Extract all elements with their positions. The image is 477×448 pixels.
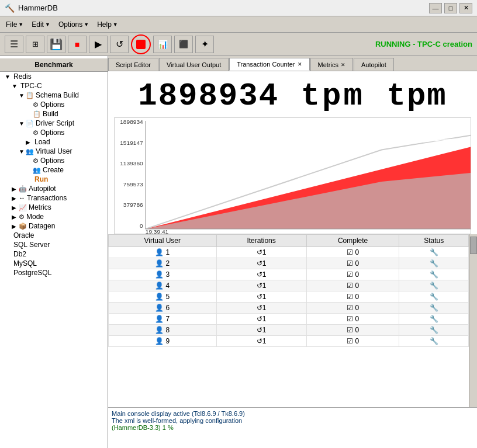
sidebar-item-driver-options[interactable]: ⚙ Options xyxy=(0,128,108,137)
cell-status-4: 🔧 xyxy=(399,280,469,291)
cell-status-5: 🔧 xyxy=(399,291,469,303)
tab-metrics[interactable]: Metrics ✕ xyxy=(310,58,353,71)
sidebar-item-autopilot[interactable]: ▶ 🤖 Autopilot xyxy=(0,184,108,193)
table-row: 👤 3 ↺1 ☑ 0 🔧 xyxy=(109,269,469,280)
table-row: 👤 2 ↺1 ☑ 0 🔧 xyxy=(109,258,469,269)
stop-record-button[interactable]: ■ xyxy=(68,36,87,53)
wrench-icon-6: 🔧 xyxy=(430,304,438,312)
menu-help-label: Help xyxy=(97,20,112,29)
sidebar-item-transactions[interactable]: ▶ ↔ Transactions xyxy=(0,193,108,203)
close-button[interactable]: ✕ xyxy=(459,3,472,13)
refresh-icon-9: ↺ xyxy=(257,337,262,345)
refresh-icon-5: ↺ xyxy=(257,293,262,301)
chart-button[interactable]: 📊 xyxy=(153,36,172,53)
schema-options-icon: ⚙ xyxy=(33,101,39,109)
wrench-icon-9: 🔧 xyxy=(430,337,438,345)
svg-text:0: 0 xyxy=(140,223,143,229)
tab-transaction-counter[interactable]: Transaction Counter ✕ xyxy=(229,58,309,71)
sidebar-item-schema-build[interactable]: ▼ 📋 Schema Build xyxy=(0,91,108,100)
schema-label: Schema Build xyxy=(36,91,79,99)
sidebar-item-virtual-user[interactable]: ▼ 👥 Virtual User xyxy=(0,147,108,156)
sidebar-item-mode[interactable]: ▶ ⚙ Mode xyxy=(0,212,108,221)
wrench-icon-3: 🔧 xyxy=(430,270,438,279)
tab-virtual-user-output[interactable]: Virtual User Output xyxy=(159,58,229,71)
cell-status-7: 🔧 xyxy=(399,314,469,325)
metrics-expand: ▶ xyxy=(12,204,18,211)
sidebar-item-vu-options[interactable]: ⚙ Options xyxy=(0,156,108,165)
sidebar-item-db2[interactable]: Db2 xyxy=(0,249,108,259)
table-row: 👤 7 ↺1 ☑ 0 🔧 xyxy=(109,314,469,325)
sidebar-item-load[interactable]: ▶ Load xyxy=(0,137,108,147)
hamburger-button[interactable]: ☰ xyxy=(5,36,23,53)
table-row: 👤 4 ↺1 ☑ 0 🔧 xyxy=(109,280,469,291)
maximize-button[interactable]: □ xyxy=(444,3,457,13)
user-icon-5: 👤 xyxy=(155,293,164,301)
sidebar-item-metrics[interactable]: ▶ 📈 Metrics xyxy=(0,203,108,212)
sidebar-item-build[interactable]: 📋 Build xyxy=(0,109,108,119)
tab-script-editor-label: Script Editor xyxy=(116,61,151,68)
cell-iterations-2: ↺1 xyxy=(216,258,306,269)
minimize-button[interactable]: — xyxy=(429,3,442,13)
table-row: 👤 1 ↺1 ☑ 0 🔧 xyxy=(109,247,469,258)
sidebar-item-driver-script[interactable]: ▼ 📄 Driver Script xyxy=(0,119,108,128)
wrench-icon-4: 🔧 xyxy=(430,282,438,290)
menu-help[interactable]: Help ▼ xyxy=(94,19,122,30)
table-row: 👤 6 ↺1 ☑ 0 🔧 xyxy=(109,303,469,314)
sidebar-item-sqlserver[interactable]: SQL Server xyxy=(0,240,108,249)
sidebar-item-tpcc[interactable]: ▼ TPC-C xyxy=(0,81,108,91)
sidebar-item-run[interactable]: Run xyxy=(0,175,108,184)
autopilot-expand: ▶ xyxy=(12,186,18,192)
vu-options-icon: ⚙ xyxy=(33,157,39,165)
stop-icon xyxy=(136,40,146,49)
cell-iterations-5: ↺1 xyxy=(216,291,306,303)
db2-label: Db2 xyxy=(13,250,26,258)
table-scrollbar[interactable] xyxy=(469,234,477,407)
datagen-icon: 📦 xyxy=(19,223,27,230)
play-button[interactable]: ▶ xyxy=(89,36,108,53)
svg-text:1898934: 1898934 xyxy=(120,119,143,125)
stop-button[interactable] xyxy=(131,34,151,54)
window-controls[interactable]: — □ ✕ xyxy=(429,3,472,13)
sidebar-item-datagen[interactable]: ▶ 📦 Datagen xyxy=(0,221,108,231)
save-button[interactable]: 💾 xyxy=(47,36,65,53)
console-line-1: Main console display active (Tcl8.6.9 / … xyxy=(112,410,473,417)
sidebar-item-postgresql[interactable]: PostgreSQL xyxy=(0,268,108,277)
tpm-area: 1898934 tpm tpm xyxy=(108,71,477,117)
tab-metrics-close[interactable]: ✕ xyxy=(341,62,345,68)
edit-arrow-icon: ▼ xyxy=(45,22,50,27)
tab-transaction-counter-label: Transaction Counter xyxy=(237,61,295,68)
sidebar-item-redis[interactable]: ▼ Redis xyxy=(0,72,108,81)
sidebar-item-schema-options[interactable]: ⚙ Options xyxy=(0,100,108,109)
clear-button[interactable]: ✦ xyxy=(195,36,214,53)
user-icon-2: 👤 xyxy=(155,259,164,268)
col-header-complete: Complete xyxy=(306,235,399,247)
sidebar-item-oracle[interactable]: Oracle xyxy=(0,231,108,240)
export-button[interactable]: ⬛ xyxy=(174,36,193,53)
menu-options[interactable]: Options ▼ xyxy=(55,19,92,30)
cell-status-8: 🔧 xyxy=(399,325,469,336)
menu-file[interactable]: File ▼ xyxy=(2,19,27,30)
tab-autopilot[interactable]: Autopilot xyxy=(354,58,394,71)
vu-options-label: Options xyxy=(40,157,64,165)
sidebar: Benchmark ▼ Redis ▼ TPC-C ▼ 📋 Schema Bui… xyxy=(0,56,108,448)
driver-icon: 📄 xyxy=(26,120,34,127)
cell-complete-6: ☑ 0 xyxy=(306,303,399,314)
check-icon-4: ☑ xyxy=(347,282,353,290)
tab-transaction-counter-close[interactable]: ✕ xyxy=(298,61,302,67)
sidebar-item-mysql[interactable]: MySQL xyxy=(0,259,108,268)
svg-text:1519147: 1519147 xyxy=(120,140,143,146)
driver-expand-icon: ▼ xyxy=(19,120,25,127)
cell-iterations-3: ↺1 xyxy=(216,269,306,280)
datagen-label: Datagen xyxy=(29,222,55,230)
sidebar-item-create[interactable]: 👥 Create xyxy=(0,165,108,175)
vu-expand-icon: ▼ xyxy=(19,148,25,155)
user-icon-6: 👤 xyxy=(155,304,164,312)
tab-autopilot-label: Autopilot xyxy=(361,61,386,68)
check-icon-7: ☑ xyxy=(347,315,353,323)
scrollbar-thumb[interactable] xyxy=(470,237,477,254)
tab-script-editor[interactable]: Script Editor xyxy=(108,58,158,71)
grid-button[interactable]: ⊞ xyxy=(26,36,44,53)
refresh-button[interactable]: ↺ xyxy=(110,36,129,53)
menu-edit[interactable]: Edit ▼ xyxy=(28,19,54,30)
table-row: 👤 8 ↺1 ☑ 0 🔧 xyxy=(109,325,469,336)
